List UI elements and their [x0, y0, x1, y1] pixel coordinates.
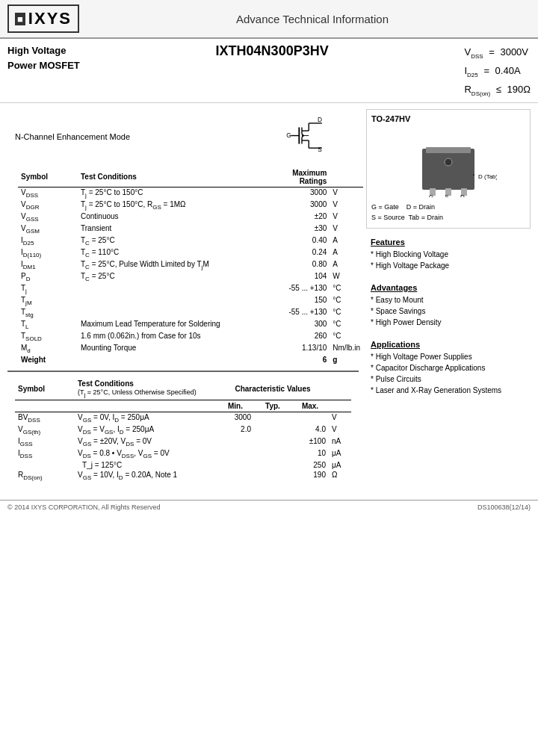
- logo-container: ■ IXYS: [7, 4, 79, 33]
- package-label: TO-247HV: [371, 114, 525, 123]
- advantage-item: Easy to Mount: [371, 294, 526, 306]
- spec-id25: ID25 = 0.40A: [464, 62, 531, 81]
- char-col-values: Characteristic Values: [217, 378, 329, 400]
- logo-text: IXYS: [28, 9, 72, 28]
- svg-rect-15: [422, 149, 474, 190]
- package-section: TO-247HV G S D D (Tab) G: [366, 109, 531, 229]
- char-sub-typ: Typ.: [254, 400, 291, 412]
- application-item: Laser and X-Ray Generation Systems: [371, 385, 526, 396]
- char-sub-min: Min.: [217, 400, 254, 412]
- mosfet-diagram: D G S: [284, 114, 329, 158]
- page-header: ■ IXYS Advance Technical Information: [0, 0, 538, 39]
- header-title: Advance Technical Information: [94, 13, 531, 25]
- advantages-title: Advantages: [371, 283, 526, 292]
- applications-list: High Voltage Power SuppliesCapacitor Dis…: [371, 351, 526, 396]
- pin-label-s: S = Source Tab = Drain: [371, 212, 525, 223]
- svg-text:G: G: [429, 193, 433, 197]
- id25-eq: =: [481, 62, 492, 79]
- char-sub-cond: [75, 400, 217, 412]
- main-content: N-Channel Enhancement Mode: [0, 103, 538, 494]
- rds-label: RDS(on): [464, 81, 490, 99]
- char-values-table: Symbol Test Conditions(Tj = 25°C, Unless…: [15, 378, 351, 482]
- feature-item: High Blocking Voltage: [371, 249, 526, 260]
- features-list: High Blocking VoltageHigh Voltage Packag…: [371, 249, 526, 271]
- vdss-val: 3000V: [500, 43, 528, 61]
- char-col-conditions: Test Conditions(Tj = 25°C, Unless Otherw…: [75, 378, 217, 400]
- svg-text:D: D: [460, 193, 465, 197]
- svg-text:S: S: [318, 146, 322, 153]
- max-ratings-section: Symbol Test Conditions Maximum Ratings V…: [7, 167, 359, 365]
- spec-rds: RDS(on) ≤ 190Ω: [464, 81, 531, 99]
- svg-text:D (Tab): D (Tab): [478, 173, 497, 180]
- col-symbol: Symbol: [18, 167, 78, 188]
- char-subheader-row: Min. Typ. Max.: [15, 400, 351, 412]
- copyright-text: © 2014 IXYS CORPORATION, All Rights Rese…: [7, 504, 161, 511]
- pin-label-g: G = Gate D = Drain: [371, 202, 525, 212]
- application-item: Pulse Circuits: [371, 374, 526, 385]
- col-ratings: Maximum Ratings: [262, 167, 330, 188]
- right-column: TO-247HV G S D D (Tab) G: [366, 109, 531, 488]
- rds-val: 190Ω: [507, 81, 531, 98]
- col-conditions: Test Conditions: [78, 167, 262, 188]
- product-name-line1: High Voltage: [7, 43, 80, 58]
- product-name: High Voltage Power MOSFET: [7, 43, 80, 72]
- char-sub-unit: [329, 400, 351, 412]
- pin-labels: G = Gate D = Drain S = Source Tab = Drai…: [371, 202, 525, 223]
- svg-text:D: D: [318, 116, 322, 123]
- char-col-symbol: Symbol: [15, 378, 75, 400]
- char-sub-sym: [15, 400, 75, 412]
- char-header-row: Symbol Test Conditions(Tj = 25°C, Unless…: [15, 378, 351, 400]
- char-sub-max: Max.: [291, 400, 329, 412]
- product-specs: VDSS = 3000V ID25 = 0.40A RDS(on) ≤ 190Ω: [464, 43, 531, 99]
- product-name-line2: Power MOSFET: [7, 58, 80, 73]
- col-unit: [330, 167, 363, 188]
- mosfet-symbol: D G S: [284, 114, 329, 160]
- vdss-eq: =: [486, 43, 498, 61]
- svg-text:G: G: [286, 131, 291, 139]
- package-diagram: G S D D (Tab): [400, 126, 497, 197]
- logo-icon: ■: [15, 13, 25, 25]
- left-column: N-Channel Enhancement Mode: [7, 109, 359, 488]
- svg-marker-11: [302, 134, 305, 138]
- doc-number: DS100638(12/14): [477, 504, 531, 511]
- features-section: Features High Blocking VoltageHigh Volta…: [366, 235, 531, 274]
- spec-vdss: VDSS = 3000V: [464, 43, 531, 62]
- product-header: High Voltage Power MOSFET IXTH04N300P3HV…: [0, 39, 538, 103]
- char-values-section: Symbol Test Conditions(Tj = 25°C, Unless…: [7, 371, 359, 488]
- channel-label: N-Channel Enhancement Mode: [15, 132, 130, 141]
- application-item: Capacitor Discharge Applications: [371, 362, 526, 374]
- svg-rect-16: [426, 147, 471, 153]
- advantages-list: Easy to MountSpace SavingsHigh Power Den…: [371, 294, 526, 328]
- svg-point-20: [445, 158, 452, 166]
- applications-section: Applications High Voltage Power Supplies…: [366, 337, 531, 399]
- max-ratings-table: Symbol Test Conditions Maximum Ratings V…: [18, 167, 363, 365]
- vdss-label: VDSS: [464, 43, 483, 62]
- id25-label: ID25: [464, 62, 477, 81]
- feature-item: High Voltage Package: [371, 260, 526, 271]
- advantages-section: Advantages Easy to MountSpace SavingsHig…: [366, 280, 531, 331]
- advantage-item: High Power Density: [371, 317, 526, 328]
- rds-eq: ≤: [493, 81, 504, 98]
- product-part-number: IXTH04N300P3HV: [216, 43, 329, 59]
- char-col-unit: [329, 378, 351, 400]
- advantage-item: Space Savings: [371, 306, 526, 317]
- id25-val: 0.40A: [495, 62, 521, 79]
- svg-text:S: S: [445, 193, 448, 197]
- features-title: Features: [371, 238, 526, 247]
- applications-title: Applications: [371, 340, 526, 349]
- diagram-area: N-Channel Enhancement Mode: [7, 109, 359, 164]
- table-header-row: Symbol Test Conditions Maximum Ratings: [18, 167, 363, 188]
- page-footer: © 2014 IXYS CORPORATION, All Rights Rese…: [0, 500, 538, 514]
- application-item: High Voltage Power Supplies: [371, 351, 526, 362]
